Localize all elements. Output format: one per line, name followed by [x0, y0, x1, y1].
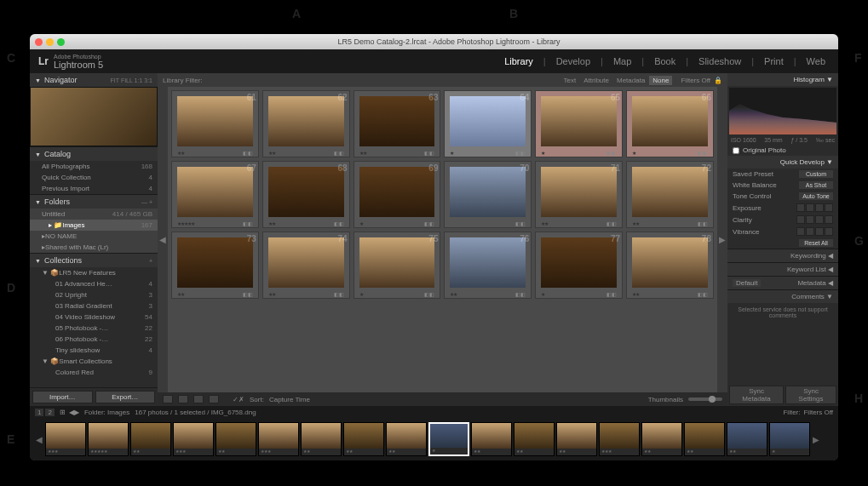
vibrance-steppers[interactable]	[796, 227, 833, 236]
filmstrip-thumb[interactable]: ★★	[641, 422, 682, 456]
screen-mode-1[interactable]: 1	[35, 409, 43, 416]
filmstrip-thumb[interactable]: ★★	[727, 422, 767, 456]
nav-fwd-icon[interactable]: ▶	[74, 409, 79, 416]
thumbnail-size-slider[interactable]	[688, 397, 722, 401]
module-develop[interactable]: Develop	[552, 56, 595, 66]
catalog-quick-collection[interactable]: Quick Collection4	[30, 172, 158, 183]
panel-collapse-left[interactable]: ◀	[158, 87, 168, 392]
reset-all-button[interactable]: Reset All	[799, 239, 833, 247]
window-controls[interactable]	[35, 38, 65, 46]
filmstrip-thumb[interactable]: ★★	[301, 422, 342, 456]
grid-cell[interactable]: 70◧◧	[444, 161, 532, 228]
filmstrip-thumb-selected[interactable]: ★	[428, 422, 469, 456]
wb-dropdown[interactable]: As Shot	[799, 181, 833, 189]
folders-volume[interactable]: Untitled414 / 465 GB	[30, 209, 158, 220]
folder-path[interactable]: Folder: Images	[84, 409, 129, 416]
folders-header[interactable]: ▼Folders— +	[30, 195, 158, 209]
comments-header[interactable]: Comments ▼	[727, 289, 838, 303]
collection-item[interactable]: 03 Radial Gradient3	[30, 300, 158, 312]
filmstrip-thumb[interactable]: ★★★★★	[88, 422, 129, 456]
grid-cell[interactable]: 67★★★★★◧◧	[171, 161, 259, 228]
view-loupe-icon[interactable]	[178, 395, 188, 403]
grid-cell[interactable]: 75★◧◧	[354, 232, 441, 299]
module-print[interactable]: Print	[760, 56, 788, 66]
grid-cell-selected[interactable]: 64★◧◧	[444, 90, 532, 157]
filmstrip-thumb[interactable]: ★★	[386, 422, 427, 456]
grid-cell[interactable]: 69★◧◧	[354, 161, 441, 228]
grid-cell-flagged[interactable]: 65★◧◧	[535, 90, 623, 157]
screen-mode-2[interactable]: 2	[45, 409, 54, 416]
view-survey-icon[interactable]	[209, 395, 219, 403]
folders-images[interactable]: ▸ 📁 Images167	[30, 220, 158, 231]
clarity-steppers[interactable]	[796, 215, 833, 224]
navigator-preview[interactable]	[30, 87, 158, 146]
collections-header[interactable]: ▼Collections+	[30, 254, 158, 267]
view-compare-icon[interactable]	[193, 395, 204, 403]
grid-cell[interactable]: 61★★◧◧	[171, 90, 259, 157]
preset-dropdown[interactable]: Custom	[799, 170, 833, 178]
sync-metadata-button[interactable]: Sync Metadata	[729, 386, 784, 404]
filmstrip-prev-icon[interactable]: ◀	[35, 435, 43, 444]
grid-cell[interactable]: 71★★◧◧	[535, 161, 623, 228]
grid-cell-flagged[interactable]: 66★◧◧	[626, 90, 714, 157]
view-grid-icon[interactable]	[163, 395, 173, 403]
filmstrip-thumb[interactable]: ★★	[514, 422, 555, 456]
histogram-display[interactable]	[729, 88, 836, 134]
module-slideshow[interactable]: Slideshow	[694, 56, 745, 66]
collection-set[interactable]: ▼ 📦 LR5 New Features	[30, 267, 158, 278]
thumbnail-grid[interactable]: 61★★◧◧ 62★★◧◧ 63★★◧◧ 64★◧◧ 65★◧◧ 66★◧◧ 6…	[168, 87, 717, 392]
collection-item[interactable]: 04 Video Slideshow54	[30, 312, 158, 323]
grid-cell[interactable]: 63★★◧◧	[354, 90, 441, 157]
filter-lock-icon[interactable]: 🔒	[714, 77, 722, 84]
sort-value[interactable]: Capture Time	[269, 396, 310, 403]
filter-metadata[interactable]: Metadata	[613, 76, 648, 85]
grid-cell[interactable]: 74★★◧◧	[262, 232, 350, 299]
catalog-header[interactable]: ▼Catalog	[30, 147, 158, 161]
filmstrip-thumb[interactable]: ★★	[343, 422, 384, 456]
filmstrip-thumb[interactable]: ★★	[556, 422, 597, 456]
filmstrip-filters-off[interactable]: Filters Off	[803, 409, 833, 416]
filmstrip-thumb[interactable]: ★★★	[599, 422, 640, 456]
filmstrip-thumb[interactable]: ★★★	[258, 422, 299, 456]
filters-off-toggle[interactable]: Filters Off	[681, 77, 710, 84]
exposure-steppers[interactable]	[796, 203, 833, 212]
filmstrip-thumb[interactable]: ★★	[471, 422, 512, 456]
keywordlist-header[interactable]: Keyword List ◀	[727, 262, 838, 276]
metadata-header[interactable]: DefaultMetadata ◀	[727, 276, 838, 289]
catalog-all-photos[interactable]: All Photographs168	[30, 161, 158, 172]
quickdev-header[interactable]: Quick Develop ▼	[727, 156, 838, 169]
autotone-button[interactable]: Auto Tone	[799, 192, 833, 200]
import-button[interactable]: Import…	[32, 391, 93, 403]
filter-none[interactable]: None	[649, 76, 672, 85]
filmstrip-next-icon[interactable]: ▶	[812, 435, 820, 444]
module-map[interactable]: Map	[609, 56, 635, 66]
grid-cell[interactable]: 73★★◧◧	[171, 232, 259, 299]
grid-cell[interactable]: 78★★◧◧	[626, 232, 714, 299]
filmstrip-thumb[interactable]: ★★★	[45, 422, 86, 456]
module-book[interactable]: Book	[650, 56, 680, 66]
catalog-previous-import[interactable]: Previous Import4	[30, 183, 158, 194]
collection-item[interactable]: 05 Photobook -…22	[30, 323, 158, 334]
keywording-header[interactable]: Keywording ◀	[727, 249, 838, 262]
grid-cell[interactable]: 62★★◧◧	[262, 90, 350, 157]
filter-text[interactable]: Text	[560, 76, 580, 85]
export-button[interactable]: Export…	[95, 391, 156, 403]
folders-noname[interactable]: ▸ NO NAME	[30, 231, 158, 242]
filmstrip-thumb[interactable]: ★★★	[173, 422, 214, 456]
histogram-header[interactable]: Histogram ▼	[727, 73, 838, 86]
filmstrip-thumb[interactable]: ★★	[216, 422, 256, 456]
grid-cell[interactable]: 72★★◧◧	[626, 161, 714, 228]
grid-cell[interactable]: 77★◧◧	[535, 232, 623, 299]
module-library[interactable]: Library	[500, 56, 537, 66]
filmstrip-thumb[interactable]: ★★	[130, 422, 171, 456]
filmstrip-thumb[interactable]: ★	[769, 422, 810, 456]
sync-settings-button[interactable]: Sync Settings	[785, 386, 836, 404]
filmstrip-thumb[interactable]: ★★	[684, 422, 725, 456]
smart-collection-item[interactable]: Colored Red9	[30, 367, 158, 378]
collection-item[interactable]: 02 Upright3	[30, 289, 158, 300]
folders-shared[interactable]: ▸ Shared with Mac (Lr)	[30, 242, 158, 253]
navigator-header[interactable]: ▼NavigatorFIT FILL 1:1 3:1	[30, 73, 158, 87]
grid-cell[interactable]: 68★★◧◧	[262, 161, 350, 228]
module-web[interactable]: Web	[802, 56, 830, 66]
grid-cell[interactable]: 76★★◧◧	[444, 232, 532, 299]
